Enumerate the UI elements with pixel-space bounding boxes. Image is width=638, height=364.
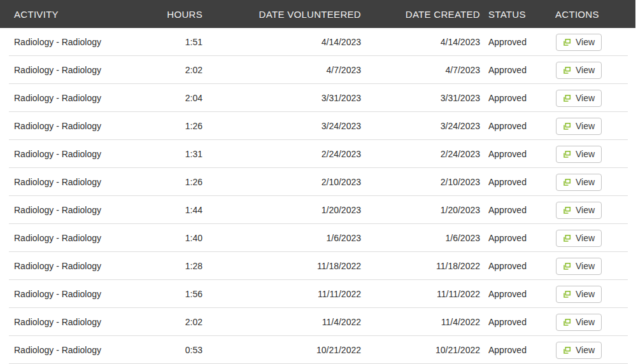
view-button[interactable]: View: [556, 342, 602, 359]
actions-cell: View: [553, 314, 635, 331]
actions-cell: View: [553, 62, 635, 79]
table-row: Radiology - Radiology 2:02 11/4/2022 11/…: [0, 308, 635, 336]
table-row: Radiology - Radiology 1:26 2/10/2023 2/1…: [0, 168, 635, 196]
view-button-label: View: [576, 233, 595, 243]
activity-cell: Radiology - Radiology: [0, 121, 127, 131]
date-created-cell: 11/4/2022: [361, 317, 480, 327]
date-volunteered-cell: 11/11/2022: [202, 289, 361, 299]
actions-cell: View: [553, 202, 635, 219]
volunteer-hours-table: ACTIVITY HOURS DATE VOLUNTEERED DATE CRE…: [0, 0, 635, 364]
view-button-label: View: [576, 65, 595, 75]
activity-cell: Radiology - Radiology: [0, 261, 127, 271]
date-volunteered-cell: 1/20/2023: [202, 205, 361, 215]
status-cell: Approved: [480, 233, 553, 243]
view-button-label: View: [576, 149, 595, 159]
date-volunteered-cell: 2/10/2023: [202, 177, 361, 187]
status-cell: Approved: [480, 121, 553, 131]
activity-cell: Radiology - Radiology: [0, 177, 127, 187]
hours-cell: 2:04: [127, 93, 202, 103]
view-button[interactable]: View: [556, 90, 602, 107]
view-button[interactable]: View: [556, 146, 602, 163]
view-button[interactable]: View: [556, 314, 602, 331]
view-button[interactable]: View: [556, 230, 602, 247]
hours-cell: 1:26: [127, 121, 202, 131]
date-created-cell: 1/20/2023: [361, 205, 480, 215]
open-window-icon: [563, 318, 571, 326]
table-row: Radiology - Radiology 1:31 2/24/2023 2/2…: [0, 140, 635, 168]
open-window-icon: [563, 94, 571, 102]
date-volunteered-cell: 3/24/2023: [202, 121, 361, 131]
view-button-label: View: [576, 261, 595, 271]
date-created-cell: 11/11/2022: [361, 289, 480, 299]
open-window-icon: [563, 38, 571, 46]
view-button[interactable]: View: [556, 62, 602, 79]
view-button[interactable]: View: [556, 118, 602, 135]
status-cell: Approved: [480, 205, 553, 215]
date-created-cell: 4/14/2023: [361, 37, 480, 47]
column-header-actions: ACTIONS: [553, 9, 635, 20]
activity-cell: Radiology - Radiology: [0, 345, 127, 355]
status-cell: Approved: [480, 37, 553, 47]
view-button-label: View: [576, 177, 595, 187]
actions-cell: View: [553, 286, 635, 303]
date-created-cell: 3/31/2023: [361, 93, 480, 103]
hours-cell: 2:02: [127, 65, 202, 75]
actions-cell: View: [553, 146, 635, 163]
date-created-cell: 1/6/2023: [361, 233, 480, 243]
actions-cell: View: [553, 90, 635, 107]
column-header-activity: ACTIVITY: [0, 9, 127, 20]
table-header-row: ACTIVITY HOURS DATE VOLUNTEERED DATE CRE…: [0, 0, 635, 28]
view-button[interactable]: View: [556, 202, 602, 219]
actions-cell: View: [553, 34, 635, 51]
status-cell: Approved: [480, 93, 553, 103]
view-button[interactable]: View: [556, 286, 602, 303]
view-button-label: View: [576, 289, 595, 299]
date-created-cell: 4/7/2023: [361, 65, 480, 75]
column-header-date-created: DATE CREATED: [361, 9, 480, 20]
column-header-status: STATUS: [480, 9, 553, 20]
view-button-label: View: [576, 37, 595, 47]
date-volunteered-cell: 4/14/2023: [202, 37, 361, 47]
table-row: Radiology - Radiology 1:56 11/11/2022 11…: [0, 280, 635, 308]
date-volunteered-cell: 4/7/2023: [202, 65, 361, 75]
view-button-label: View: [576, 345, 595, 355]
activity-cell: Radiology - Radiology: [0, 317, 127, 327]
open-window-icon: [563, 206, 571, 214]
activity-cell: Radiology - Radiology: [0, 93, 127, 103]
view-button-label: View: [576, 317, 595, 327]
status-cell: Approved: [480, 177, 553, 187]
actions-cell: View: [553, 118, 635, 135]
table-row: Radiology - Radiology 1:44 1/20/2023 1/2…: [0, 196, 635, 224]
hours-cell: 1:51: [127, 37, 202, 47]
actions-cell: View: [553, 258, 635, 275]
open-window-icon: [563, 178, 571, 186]
view-button[interactable]: View: [556, 258, 602, 275]
open-window-icon: [563, 234, 571, 242]
actions-cell: View: [553, 174, 635, 191]
actions-cell: View: [553, 230, 635, 247]
status-cell: Approved: [480, 65, 553, 75]
table-row: Radiology - Radiology 1:26 3/24/2023 3/2…: [0, 112, 635, 140]
date-created-cell: 2/10/2023: [361, 177, 480, 187]
status-cell: Approved: [480, 345, 553, 355]
open-window-icon: [563, 262, 571, 270]
hours-cell: 1:40: [127, 233, 202, 243]
date-volunteered-cell: 2/24/2023: [202, 149, 361, 159]
activity-cell: Radiology - Radiology: [0, 233, 127, 243]
view-button[interactable]: View: [556, 34, 602, 51]
open-window-icon: [563, 290, 571, 298]
actions-cell: View: [553, 342, 635, 359]
hours-cell: 1:31: [127, 149, 202, 159]
status-cell: Approved: [480, 149, 553, 159]
view-button[interactable]: View: [556, 174, 602, 191]
date-created-cell: 2/24/2023: [361, 149, 480, 159]
date-created-cell: 11/18/2022: [361, 261, 480, 271]
status-cell: Approved: [480, 261, 553, 271]
hours-cell: 2:02: [127, 317, 202, 327]
date-volunteered-cell: 11/18/2022: [202, 261, 361, 271]
open-window-icon: [563, 66, 571, 74]
date-volunteered-cell: 11/4/2022: [202, 317, 361, 327]
table-row: Radiology - Radiology 1:51 4/14/2023 4/1…: [0, 28, 635, 56]
open-window-icon: [563, 346, 571, 354]
date-volunteered-cell: 3/31/2023: [202, 93, 361, 103]
